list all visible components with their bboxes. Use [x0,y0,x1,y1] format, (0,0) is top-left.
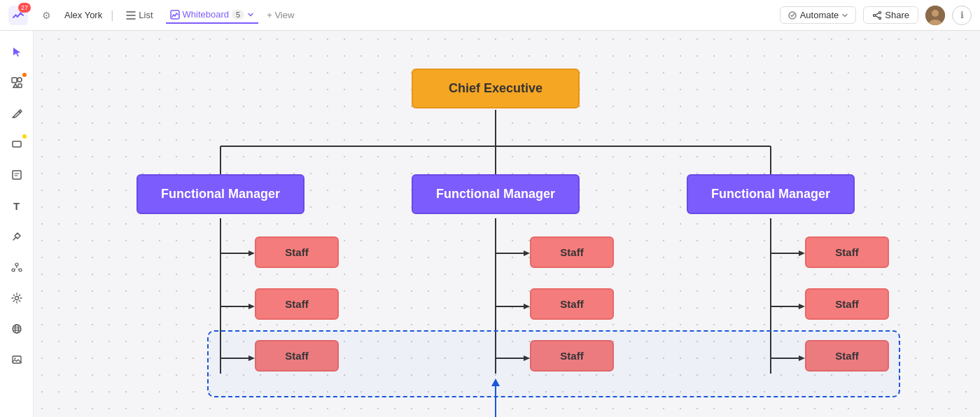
info-button[interactable]: ℹ [952,6,972,25]
image-tool[interactable] [4,347,29,372]
svg-point-16 [15,297,18,300]
svg-marker-28 [248,250,255,256]
rectangle-icon [11,139,22,150]
svg-point-13 [15,263,18,266]
staff-box-left-1[interactable]: Staff [255,236,339,268]
avatar-image [925,6,945,25]
svg-marker-37 [524,304,530,309]
topbar-left: 27 ⚙ Alex York | List Whiteboard 5 + V [8,6,769,25]
svg-rect-8 [12,78,17,83]
app-icon[interactable]: 27 [8,6,28,25]
rectangle-dot [22,134,27,139]
settings-icon [11,292,22,304]
svg-marker-39 [524,355,530,361]
svg-rect-10 [18,84,22,87]
main-layout: T [0,31,980,417]
gear-button[interactable]: ⚙ [36,6,56,25]
notification-badge: 27 [18,3,31,13]
chevron-down-icon [841,12,848,19]
chevron-down-icon [247,11,254,18]
svg-point-20 [14,358,15,359]
whiteboard-count: 5 [232,10,244,20]
svg-point-9 [18,78,22,82]
text-tool[interactable]: T [4,193,29,218]
left-toolbar: T [0,31,34,417]
svg-point-6 [932,10,939,17]
share-button[interactable]: Share [863,6,918,24]
draw-icon [11,108,22,119]
svg-point-4 [879,17,881,19]
topbar-right: Automate Share ℹ [780,6,972,25]
pen-icon [11,231,22,242]
nav-list[interactable]: List [122,7,157,23]
shapes-icon [10,76,23,89]
chief-executive-box[interactable]: Chief Executive [412,69,580,108]
pen-tool[interactable] [4,224,29,249]
select-tool[interactable] [4,39,29,64]
svg-marker-48 [491,379,500,386]
settings-tool[interactable] [4,285,29,311]
staff-box-left-2[interactable]: Staff [255,288,339,320]
shapes-dot [22,73,27,77]
svg-marker-44 [799,304,805,309]
svg-rect-12 [13,171,21,179]
manager-box-right[interactable]: Functional Manager [687,174,855,214]
sticky-icon [11,169,22,181]
share-icon [872,10,882,20]
automate-button[interactable]: Automate [780,6,857,24]
add-view-button[interactable]: + View [267,10,294,20]
svg-marker-32 [248,355,255,361]
svg-point-3 [874,14,876,16]
topbar: 27 ⚙ Alex York | List Whiteboard 5 + V [0,0,980,31]
svg-marker-42 [799,250,805,256]
text-icon: T [13,200,20,212]
network-icon [11,262,22,273]
manager-box-left[interactable]: Functional Manager [136,174,304,214]
svg-marker-46 [799,355,805,361]
sticky-tool[interactable] [4,162,29,188]
automate-icon [788,10,797,20]
shapes-tool[interactable] [4,70,29,95]
manager-box-center[interactable]: Functional Manager [412,174,580,214]
staff-box-right-1[interactable]: Staff [805,236,889,268]
svg-rect-11 [13,141,21,147]
svg-point-2 [879,11,881,13]
draw-tool[interactable] [4,101,29,126]
staff-box-center-1[interactable]: Staff [530,236,614,268]
canvas-area[interactable]: Chief Executive Functional Manager Funct… [34,31,980,417]
staff-box-center-3[interactable]: Staff [530,340,614,372]
nav-whiteboard[interactable]: Whiteboard 5 [166,6,259,24]
svg-marker-35 [524,250,530,256]
image-icon [11,354,22,365]
rectangle-tool[interactable] [4,132,29,157]
svg-rect-19 [13,356,21,363]
select-icon [11,46,22,57]
globe-tool[interactable] [4,316,29,341]
staff-box-right-2[interactable]: Staff [805,288,889,320]
staff-box-left-3[interactable]: Staff [255,340,339,372]
user-name: Alex York [64,10,102,20]
avatar[interactable] [925,6,945,25]
staff-box-center-2[interactable]: Staff [530,288,614,320]
svg-marker-30 [248,304,255,309]
staff-box-right-3[interactable]: Staff [805,340,889,372]
globe-icon [11,323,22,334]
network-tool[interactable] [4,255,29,280]
